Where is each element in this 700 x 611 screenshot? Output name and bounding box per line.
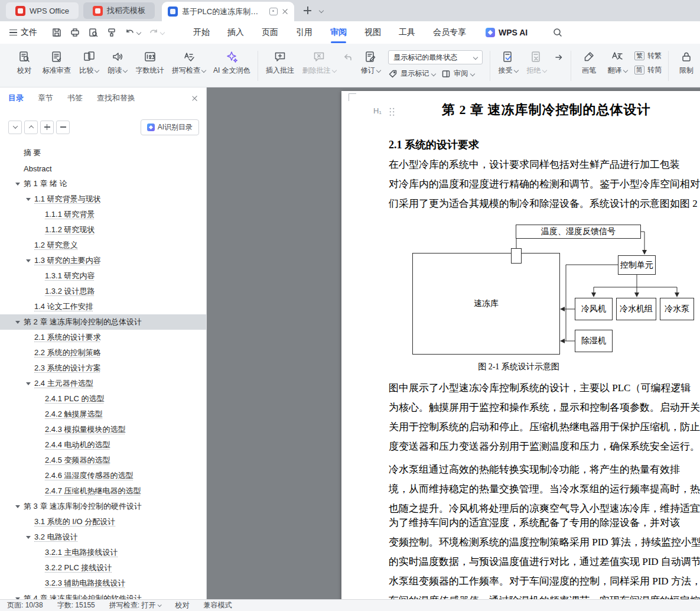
toc-item[interactable]: 2.4.4 电动机的选型 bbox=[0, 437, 206, 453]
paragraph-drag-handle-icon[interactable] bbox=[389, 107, 395, 116]
toc-expand-arrow-icon[interactable] bbox=[15, 505, 20, 508]
toc-item[interactable]: Abstract bbox=[0, 161, 206, 176]
toc-item[interactable]: 2.4.7 压缩机热继电器的选型 bbox=[0, 483, 206, 499]
toc-expand-arrow-icon[interactable] bbox=[26, 198, 31, 201]
track-changes-button[interactable]: 修订 bbox=[357, 45, 384, 87]
toc-item[interactable]: 2.2 系统的控制策略 bbox=[0, 345, 206, 360]
delete-comment-button[interactable]: 删除批注 bbox=[299, 45, 339, 87]
to-simplified-button[interactable]: 简 转简 bbox=[634, 65, 662, 75]
review-pane-button[interactable]: 审阅 bbox=[441, 69, 474, 79]
zoom-in-outline-button[interactable] bbox=[40, 121, 54, 134]
compare-button[interactable]: 比较 bbox=[76, 45, 103, 87]
page-indicator[interactable]: 页面: 10/38 bbox=[7, 600, 43, 610]
menu-item-membership[interactable]: 会员专享 bbox=[424, 21, 475, 44]
print-preview-icon[interactable] bbox=[88, 27, 99, 38]
undo-icon[interactable] bbox=[125, 27, 135, 38]
tab-wps-office[interactable]: WPS Office bbox=[6, 2, 79, 19]
tab-contents[interactable]: 目录 bbox=[8, 93, 24, 103]
menu-item-page[interactable]: 页面 bbox=[253, 21, 287, 44]
redo-chevron-icon[interactable] bbox=[160, 30, 165, 35]
ai-recognize-toc-button[interactable]: AI识别目录 bbox=[141, 119, 199, 135]
toc-item[interactable]: 2.4.1 PLC 的选型 bbox=[0, 391, 206, 407]
translate-button[interactable]: 翻译 bbox=[604, 45, 631, 87]
toc-item[interactable]: 第 3 章 速冻库制冷控制的硬件设计 bbox=[0, 499, 206, 514]
new-tab-button[interactable] bbox=[304, 6, 311, 14]
proofread-status[interactable]: 校对 bbox=[175, 600, 189, 610]
toc-item[interactable]: 2.4 主元器件选型 bbox=[0, 376, 206, 391]
redo-icon[interactable] bbox=[148, 27, 159, 38]
toc-item[interactable]: 3.2 电路设计 bbox=[0, 529, 206, 545]
search-icon[interactable] bbox=[552, 27, 563, 38]
toc-item[interactable]: 第 4 章 速冻库制冷控制的软件设计 bbox=[0, 591, 206, 599]
document-page[interactable]: H₁ 第 2 章 速冻库制冷控制的总体设计 2.1 系统的设计要求 在小型冷库的… bbox=[341, 91, 700, 599]
tab-find-replace[interactable]: 查找和替换 bbox=[97, 93, 135, 103]
word-count-button[interactable]: 字数统计 bbox=[132, 45, 168, 87]
file-menu-button[interactable]: 文件 bbox=[9, 27, 37, 38]
toc-item[interactable]: 2.4.2 触摸屏选型 bbox=[0, 407, 206, 422]
toc-item[interactable]: 1.3 研究的主要内容 bbox=[0, 253, 206, 268]
reject-revision-button[interactable]: 拒绝 bbox=[523, 45, 550, 87]
reply-comment-icon[interactable] bbox=[342, 51, 354, 63]
menu-item-tools[interactable]: 工具 bbox=[390, 21, 424, 44]
toc-item[interactable]: 2.4.5 变频器的选型 bbox=[0, 453, 206, 468]
save-icon[interactable] bbox=[51, 27, 62, 38]
accept-revision-button[interactable]: 接受 bbox=[494, 45, 522, 87]
close-pane-icon[interactable] bbox=[191, 95, 198, 102]
tab-docer-templates[interactable]: 找稻壳模板 bbox=[83, 2, 155, 19]
toc-expand-arrow-icon[interactable] bbox=[15, 183, 20, 186]
restrict-editing-button[interactable]: 限制 bbox=[673, 45, 700, 87]
toc-item[interactable]: 2.3 系统的设计方案 bbox=[0, 360, 206, 376]
ai-polish-button[interactable]: AI 全文润色 bbox=[210, 45, 254, 87]
document-canvas[interactable]: H₁ 第 2 章 速冻库制冷控制的总体设计 2.1 系统的设计要求 在小型冷库的… bbox=[207, 87, 700, 599]
spell-check-indicator[interactable]: 拼写检查: 打开 bbox=[109, 600, 161, 610]
toc-expand-arrow-icon[interactable] bbox=[26, 382, 31, 385]
toc-item[interactable]: 1.1.2 研究现状 bbox=[0, 222, 206, 238]
toc-item[interactable]: 第 2 章 速冻库制冷控制的总体设计 bbox=[0, 314, 206, 330]
spell-check-button[interactable]: 拼写检查 bbox=[168, 45, 209, 87]
toc-item[interactable]: 3.2.2 PLC 接线设计 bbox=[0, 560, 206, 576]
toc-item[interactable]: 1.3.1 研究内容 bbox=[0, 268, 206, 284]
toc-item[interactable]: 2.4.6 温湿度传感器的选型 bbox=[0, 468, 206, 483]
undo-chevron-icon[interactable] bbox=[136, 30, 141, 35]
tab-list-chevron-icon[interactable] bbox=[319, 8, 324, 13]
menu-item-home[interactable]: 开始 bbox=[184, 21, 219, 44]
next-revision-icon[interactable] bbox=[553, 51, 565, 63]
expand-all-button[interactable] bbox=[8, 121, 22, 134]
proofread-button[interactable]: 校对 bbox=[11, 45, 38, 87]
toc-item[interactable]: 1.1 研究背景与现状 bbox=[0, 191, 206, 207]
format-painter-icon[interactable] bbox=[106, 27, 117, 38]
toc-item[interactable]: 3.2.3 辅助电路接线设计 bbox=[0, 576, 206, 591]
ink-brush-button[interactable]: 画笔 bbox=[575, 45, 603, 87]
tab-chapters[interactable]: 章节 bbox=[38, 93, 53, 103]
toc-item[interactable]: 3.2.1 主电路接线设计 bbox=[0, 545, 206, 560]
insert-comment-button[interactable]: 插入批注 bbox=[262, 45, 298, 87]
collapse-all-button[interactable] bbox=[24, 121, 38, 134]
toc-expand-arrow-icon[interactable] bbox=[26, 536, 31, 539]
word-count-indicator[interactable]: 字数: 15155 bbox=[57, 600, 95, 610]
toc-item[interactable]: 1.1.1 研究背景 bbox=[0, 207, 206, 222]
wps-ai-button[interactable]: WPS AI bbox=[486, 28, 528, 37]
zoom-out-outline-button[interactable] bbox=[56, 121, 70, 134]
menu-item-view[interactable]: 视图 bbox=[356, 21, 390, 44]
toc-expand-arrow-icon[interactable] bbox=[26, 259, 31, 262]
toc-item[interactable]: 2.1 系统的设计要求 bbox=[0, 330, 206, 345]
menu-item-reference[interactable]: 引用 bbox=[287, 21, 321, 44]
toc-item[interactable]: 1.4 论文工作安排 bbox=[0, 299, 206, 314]
menu-item-insert[interactable]: 插入 bbox=[219, 21, 253, 44]
toc-expand-arrow-icon[interactable] bbox=[15, 321, 20, 324]
toc-item[interactable]: 第 1 章 绪 论 bbox=[0, 176, 206, 191]
toc-item[interactable]: 摘 要 bbox=[0, 145, 206, 161]
to-traditional-button[interactable]: 繁 转繁 bbox=[634, 51, 662, 61]
menu-item-review[interactable]: 审阅 bbox=[321, 21, 356, 44]
markup-state-select[interactable]: 显示标记的最终状态 bbox=[388, 50, 483, 64]
toc-item[interactable]: 3.1 系统的 I/O 分配设计 bbox=[0, 514, 206, 529]
print-icon[interactable] bbox=[70, 27, 80, 38]
read-aloud-button[interactable]: 朗读 bbox=[104, 45, 131, 87]
toc-item[interactable]: 1.3.2 设计思路 bbox=[0, 284, 206, 299]
toc-item[interactable]: 1.2 研究意义 bbox=[0, 238, 206, 253]
show-markup-button[interactable]: 显示标记 bbox=[388, 69, 435, 79]
standard-review-button[interactable]: 标准审查 bbox=[39, 45, 74, 87]
close-tab-icon[interactable] bbox=[282, 8, 288, 15]
toc-item[interactable]: 2.4.3 模拟量模块的选型 bbox=[0, 422, 206, 437]
tab-active-document[interactable]: 基于PLC的速冻库制冷控制系... bbox=[162, 2, 294, 21]
